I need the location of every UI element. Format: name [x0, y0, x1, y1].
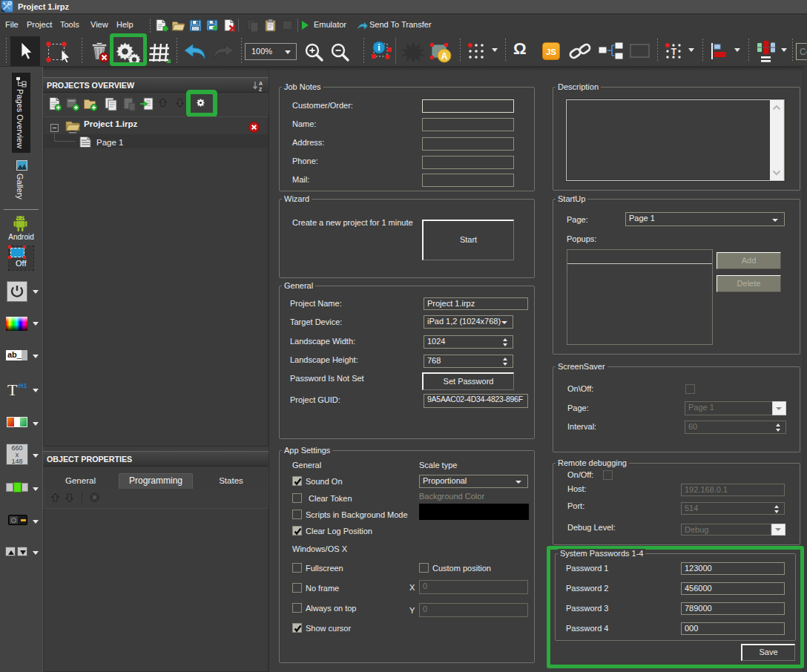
svg-text:T: T	[671, 47, 677, 57]
svg-text:A: A	[259, 81, 263, 86]
svg-text:JS: JS	[546, 47, 556, 56]
svg-text:A: A	[441, 51, 447, 62]
svg-text:Z: Z	[259, 87, 263, 92]
